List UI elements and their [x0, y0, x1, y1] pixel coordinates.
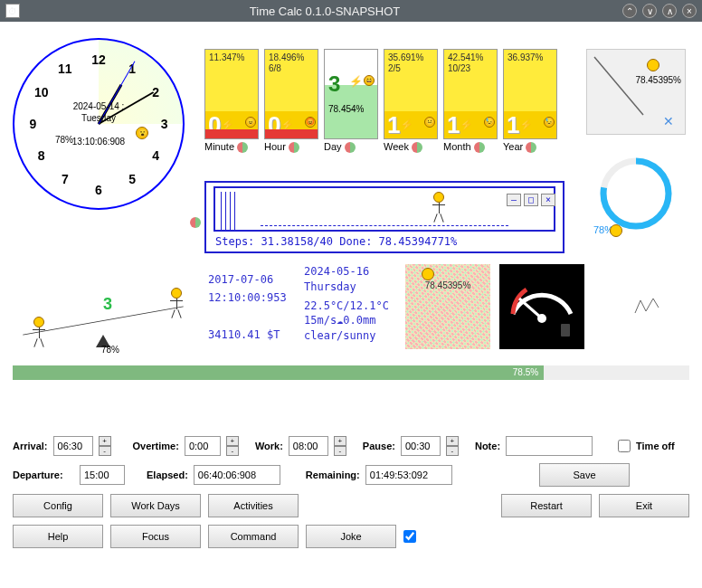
sparkline — [633, 293, 660, 320]
arrival-down[interactable]: - — [99, 446, 111, 456]
joke-button[interactable]: Joke — [306, 525, 396, 548]
period-day: 3 ⚡😄 78.454% Day — [324, 49, 378, 153]
help-button[interactable]: Help — [13, 525, 103, 548]
period-year: 36.937% 1⚡ 😓 Year — [503, 49, 557, 153]
progress-fill: 78.5% — [13, 365, 544, 380]
arrival-label: Arrival: — [13, 441, 48, 451]
workdays-button[interactable]: Work Days — [110, 494, 201, 517]
fuel-gauge — [499, 264, 584, 349]
close-x-icon: ✕ — [663, 114, 674, 128]
smiley-icon — [422, 268, 434, 280]
min-icon[interactable]: – — [507, 194, 521, 206]
window-min[interactable]: ∨ — [642, 4, 657, 18]
steps-text: Steps: 31.38158/40 Done: 78.45394771% — [215, 235, 457, 248]
arrival-up[interactable]: + — [99, 436, 111, 446]
departure-input[interactable] — [80, 465, 125, 485]
app-icon: ⏱ — [5, 4, 20, 18]
overtime-up[interactable]: + — [226, 436, 239, 446]
window-close[interactable]: × — [682, 4, 697, 18]
angry-icon: 😠 — [245, 117, 256, 128]
stick-figure-icon — [31, 317, 47, 351]
period-month: 42.541% 10/23 1⚡ 😓 Month — [443, 49, 498, 153]
timeoff-checkbox[interactable] — [618, 440, 631, 452]
work-down[interactable]: - — [334, 446, 346, 456]
smiley-icon: 😄 — [364, 75, 375, 86]
titlebar: ⏱ Time Calc 0.1.0-SNAPSHOT ⌃ ∨ ∧ × — [0, 0, 702, 22]
command-button[interactable]: Command — [208, 525, 299, 548]
elapsed-input[interactable] — [194, 465, 280, 485]
seesaw: 3 78% — [13, 275, 194, 356]
svg-point-4 — [537, 314, 546, 323]
timeoff-label: Time off — [636, 441, 675, 451]
period-hour: 18.496% 6/8 0⚡ 😡 Hour — [264, 49, 318, 153]
window-title: Time Calc 0.1.0-SNAPSHOT — [27, 5, 622, 18]
note-input[interactable] — [506, 436, 593, 456]
overtime-label: Overtime: — [133, 441, 179, 451]
note-label: Note: — [475, 441, 500, 451]
work-input[interactable] — [289, 436, 328, 456]
window-shade[interactable]: ⌃ — [622, 4, 637, 18]
progress-bar: 78.5% — [13, 365, 689, 380]
joke-checkbox[interactable] — [403, 530, 416, 543]
svg-line-0 — [594, 57, 643, 115]
pause-input[interactable] — [401, 436, 441, 456]
restart-button[interactable]: Restart — [501, 494, 592, 517]
smiley-icon — [647, 59, 659, 71]
pause-label: Pause: — [363, 441, 395, 451]
pause-down[interactable]: - — [446, 446, 459, 456]
angry-icon: 😡 — [305, 117, 316, 128]
overtime-input[interactable] — [185, 436, 221, 456]
period-week: 35.691% 2/5 1⚡ 😐 Week — [384, 49, 438, 153]
steps-box: – □ × Steps: 31.38158/40 Done: 78.453947… — [204, 181, 564, 253]
arrival-input[interactable] — [53, 436, 93, 456]
arc-chart: 78% — [586, 148, 686, 239]
focus-button[interactable]: Focus — [110, 525, 201, 548]
period-minute: 11.347% 0⚡ 😠 Minute — [204, 49, 259, 153]
elapsed-label: Elapsed: — [147, 469, 188, 480]
exit-button[interactable]: Exit — [599, 494, 689, 517]
clock-percent: 78% — [55, 135, 73, 145]
stick-figure-icon — [168, 288, 185, 322]
noise-image: 78.45395% — [405, 264, 490, 349]
departure-label: Departure: — [13, 469, 74, 480]
info-column-2: 2024-05-16 Thursday 22.5°C/12.1°C 15m/s☁… — [304, 264, 389, 344]
info-column-1: 2017-07-06 12:10:00:953 34110.41 $T — [208, 270, 287, 345]
overtime-down[interactable]: - — [226, 446, 239, 456]
max-icon[interactable]: □ — [524, 194, 538, 206]
svg-rect-5 — [561, 324, 570, 337]
remaining-label: Remaining: — [306, 469, 360, 480]
corner-chart: 78.45395% ✕ — [586, 49, 686, 135]
close-icon[interactable]: × — [541, 194, 555, 206]
smiley-icon: 😮 — [136, 127, 148, 139]
pie-dot-icon — [190, 217, 201, 228]
work-label: Work: — [255, 441, 283, 451]
window-max[interactable]: ∧ — [662, 4, 677, 18]
neutral-icon: 😓 — [544, 117, 555, 128]
sweat-icon: 😓 — [484, 117, 495, 128]
clock-date: 2024-05-14 : Tuesday — [73, 101, 125, 123]
smiley-icon — [610, 224, 622, 237]
remaining-input[interactable] — [365, 465, 452, 485]
config-button[interactable]: Config — [13, 494, 103, 517]
stick-figure-icon — [431, 192, 447, 226]
pause-up[interactable]: + — [446, 436, 459, 446]
work-up[interactable]: + — [334, 436, 346, 446]
clock-time: 13:10:06:908 — [72, 137, 125, 147]
neutral-icon: 😐 — [424, 117, 435, 128]
activities-button[interactable]: Activities — [208, 494, 299, 517]
save-button[interactable]: Save — [539, 463, 630, 487]
analog-clock: 12 1 2 3 4 5 6 7 8 9 10 11 2024-05-14 : … — [13, 38, 194, 228]
period-row: 11.347% 0⚡ 😠 Minute 18.496% 6/8 0⚡ 😡 Hou… — [204, 49, 557, 153]
